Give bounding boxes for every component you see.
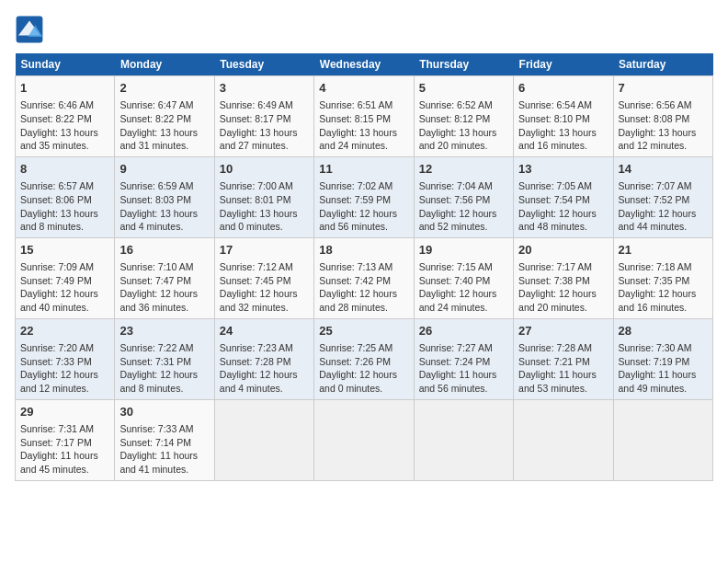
cell-content: and 24 minutes.	[419, 301, 508, 315]
calendar-cell: 10Sunrise: 7:00 AMSunset: 8:01 PMDayligh…	[214, 156, 313, 237]
cell-content: Daylight: 13 hours	[119, 207, 209, 221]
calendar-cell: 9Sunrise: 6:59 AMSunset: 8:03 PMDaylight…	[115, 156, 214, 237]
cell-content: Daylight: 13 hours	[619, 126, 708, 140]
cell-content: Sunset: 7:17 PM	[20, 436, 109, 450]
cell-content: and 20 minutes.	[518, 301, 608, 315]
cell-content: Daylight: 12 hours	[119, 368, 209, 382]
cell-content: Sunrise: 7:05 AM	[518, 179, 608, 193]
cell-content: Sunrise: 6:52 AM	[419, 98, 508, 112]
day-number: 14	[619, 161, 708, 178]
day-number: 13	[518, 161, 608, 178]
header-cell: Monday	[115, 53, 214, 76]
cell-content: Sunrise: 7:23 AM	[220, 341, 309, 355]
cell-content: Sunset: 7:49 PM	[20, 274, 109, 288]
calendar-cell: 4Sunrise: 6:51 AMSunset: 8:15 PMDaylight…	[314, 76, 414, 157]
cell-content: Daylight: 12 hours	[220, 287, 309, 301]
cell-content: Daylight: 11 hours	[119, 449, 209, 463]
cell-content: Sunset: 7:47 PM	[119, 274, 209, 288]
cell-content: Sunrise: 7:00 AM	[220, 179, 309, 193]
cell-content: Sunrise: 6:57 AM	[20, 179, 109, 193]
cell-content: Daylight: 12 hours	[419, 287, 508, 301]
cell-content: and 41 minutes.	[119, 463, 209, 477]
cell-content: Sunrise: 7:25 AM	[319, 341, 408, 355]
cell-content: Sunrise: 7:10 AM	[119, 260, 209, 274]
calendar-cell: 29Sunrise: 7:31 AMSunset: 7:17 PMDayligh…	[16, 399, 115, 480]
calendar-week-row: 15Sunrise: 7:09 AMSunset: 7:49 PMDayligh…	[16, 237, 713, 318]
cell-content: Sunrise: 7:33 AM	[119, 422, 209, 436]
cell-content: Daylight: 13 hours	[220, 207, 309, 221]
cell-content: Daylight: 12 hours	[20, 287, 109, 301]
cell-content: Sunrise: 7:13 AM	[319, 260, 408, 274]
cell-content: Sunrise: 7:02 AM	[319, 179, 408, 193]
cell-content: Daylight: 12 hours	[619, 207, 708, 221]
cell-content: and 4 minutes.	[220, 382, 309, 396]
day-number: 11	[319, 161, 408, 178]
cell-content: Sunset: 7:52 PM	[619, 193, 708, 207]
cell-content: Sunset: 8:01 PM	[220, 193, 309, 207]
day-number: 4	[319, 80, 408, 97]
cell-content: and 49 minutes.	[619, 382, 708, 396]
cell-content: Sunrise: 7:28 AM	[518, 341, 608, 355]
day-number: 26	[419, 323, 508, 339]
calendar-cell: 24Sunrise: 7:23 AMSunset: 7:28 PMDayligh…	[214, 318, 313, 399]
day-number: 20	[518, 242, 608, 259]
cell-content: Daylight: 12 hours	[419, 207, 508, 221]
day-number: 29	[20, 404, 109, 420]
header-cell: Thursday	[414, 53, 513, 76]
day-number: 17	[220, 242, 309, 259]
cell-content: and 8 minutes.	[20, 220, 109, 234]
cell-content: and 4 minutes.	[119, 220, 209, 234]
cell-content: Sunset: 8:22 PM	[119, 112, 209, 126]
calendar-cell: 11Sunrise: 7:02 AMSunset: 7:59 PMDayligh…	[314, 156, 414, 237]
cell-content: and 40 minutes.	[20, 301, 109, 315]
header-row: SundayMondayTuesdayWednesdayThursdayFrid…	[16, 53, 713, 76]
day-number: 23	[119, 323, 209, 339]
cell-content: Sunrise: 7:18 AM	[619, 260, 708, 274]
cell-content: and 56 minutes.	[419, 382, 508, 396]
cell-content: and 12 minutes.	[619, 139, 708, 153]
calendar-cell: 8Sunrise: 6:57 AMSunset: 8:06 PMDaylight…	[16, 156, 115, 237]
day-number: 7	[619, 80, 708, 97]
cell-content: Sunset: 7:19 PM	[619, 355, 708, 369]
cell-content: Sunrise: 6:56 AM	[619, 98, 708, 112]
calendar-cell	[613, 399, 712, 480]
cell-content: Sunrise: 7:31 AM	[20, 422, 109, 436]
cell-content: Sunset: 7:45 PM	[220, 274, 309, 288]
cell-content: Daylight: 13 hours	[419, 126, 508, 140]
calendar-cell: 22Sunrise: 7:20 AMSunset: 7:33 PMDayligh…	[16, 318, 115, 399]
cell-content: Sunrise: 7:07 AM	[619, 179, 708, 193]
day-number: 19	[419, 242, 508, 259]
calendar-cell	[214, 399, 313, 480]
day-number: 9	[119, 161, 209, 178]
calendar-cell: 5Sunrise: 6:52 AMSunset: 8:12 PMDaylight…	[414, 76, 513, 157]
day-number: 24	[220, 323, 309, 339]
cell-content: and 56 minutes.	[319, 220, 408, 234]
cell-content: Sunset: 7:28 PM	[220, 355, 309, 369]
day-number: 2	[119, 80, 209, 97]
calendar-cell: 27Sunrise: 7:28 AMSunset: 7:21 PMDayligh…	[514, 318, 613, 399]
cell-content: Sunset: 8:06 PM	[20, 193, 109, 207]
day-number: 12	[419, 161, 508, 178]
logo-icon	[15, 15, 44, 44]
cell-content: Sunset: 8:10 PM	[518, 112, 608, 126]
cell-content: Daylight: 12 hours	[319, 207, 408, 221]
day-number: 21	[619, 242, 708, 259]
calendar-cell: 26Sunrise: 7:27 AMSunset: 7:24 PMDayligh…	[414, 318, 513, 399]
cell-content: Daylight: 11 hours	[419, 368, 508, 382]
cell-content: Daylight: 12 hours	[518, 287, 608, 301]
cell-content: and 27 minutes.	[220, 139, 309, 153]
cell-content: and 16 minutes.	[619, 301, 708, 315]
cell-content: and 31 minutes.	[119, 139, 209, 153]
cell-content: Sunset: 8:15 PM	[319, 112, 408, 126]
calendar-cell: 13Sunrise: 7:05 AMSunset: 7:54 PMDayligh…	[514, 156, 613, 237]
cell-content: and 24 minutes.	[319, 139, 408, 153]
cell-content: Daylight: 12 hours	[119, 287, 209, 301]
cell-content: Sunrise: 7:15 AM	[419, 260, 508, 274]
day-number: 27	[518, 323, 608, 339]
cell-content: Daylight: 13 hours	[220, 126, 309, 140]
cell-content: Daylight: 13 hours	[119, 126, 209, 140]
calendar-table: SundayMondayTuesdayWednesdayThursdayFrid…	[15, 53, 713, 481]
cell-content: Sunset: 7:24 PM	[419, 355, 508, 369]
cell-content: and 0 minutes.	[319, 382, 408, 396]
calendar-week-row: 8Sunrise: 6:57 AMSunset: 8:06 PMDaylight…	[16, 156, 713, 237]
